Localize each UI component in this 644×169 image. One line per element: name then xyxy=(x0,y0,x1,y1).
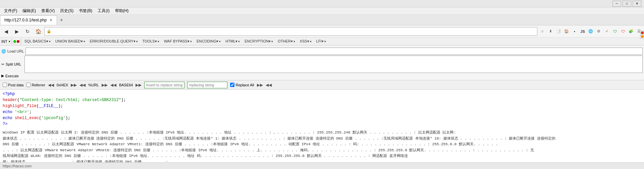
replace-arrow: ▶▶ xyxy=(257,83,263,87)
download-icon[interactable]: ⬇ xyxy=(547,28,554,35)
right-arrow-hex: ▶▶ xyxy=(71,83,77,87)
home-button[interactable]: 🏠 xyxy=(34,27,43,36)
maximize-button[interactable]: □ xyxy=(623,1,631,7)
nav-bar: ◀ ▶ ↻ 🏠 🔒 127.0.0.1/test.php ☆ ⬇ 📑 🏠 • J… xyxy=(0,25,644,37)
star-icon[interactable]: ☆ xyxy=(539,28,546,35)
sidebar-dot-red xyxy=(641,31,644,34)
int-label: INT xyxy=(1,39,7,44)
int-section: INT ▾ xyxy=(1,38,19,45)
split-url-icon: ✂ xyxy=(1,62,4,67)
code-line-2: header("Content-type: text/html; charset… xyxy=(3,97,641,103)
other-menu[interactable]: OTHER▾ xyxy=(276,38,297,44)
output-line-3: DNS 后缀 . . . . . . : 以太网适配器 VMware Netwo… xyxy=(3,142,641,148)
secure-icon: 🔒 xyxy=(47,29,51,33)
js-icon[interactable]: JS xyxy=(579,28,586,35)
replace-all-checkbox-label[interactable]: Replace All xyxy=(230,83,254,87)
highlight-func: highlight_file xyxy=(3,104,37,108)
browser-tab[interactable]: http://127.0.0.1/test.php ✕ xyxy=(0,15,57,25)
bookmark-icon[interactable]: 📑 xyxy=(555,28,562,35)
hackbar-panel: 🌐 Load URL 127.0.0.1/test.php ✂ Split UR… xyxy=(0,46,644,80)
php-close-tag: ?> xyxy=(3,122,7,126)
insert-to-replace-input[interactable] xyxy=(144,82,184,88)
replace-left-arrow: ◀◀ xyxy=(266,83,272,87)
tab-bar: http://127.0.0.1/test.php ✕ + xyxy=(0,15,644,25)
sidebar-dot-orange xyxy=(641,35,644,38)
insert-replacing-input[interactable] xyxy=(187,82,227,88)
lfi-menu[interactable]: LFI▾ xyxy=(314,38,328,44)
code-line-6: ?> xyxy=(3,121,641,127)
ipconfig-string: 'ipconfig' xyxy=(41,116,65,120)
sep2 xyxy=(21,38,21,45)
hackbar-bottom-toolbar: Post data Referrer ◀◀ 0xHEX ▶▶ ◀◀ %URL ▶… xyxy=(0,80,644,90)
output-line-2: 媒体状态 . . . . . . . . . . : 媒体已断开连接 连接特定的… xyxy=(3,136,641,142)
shield-green-icon[interactable]: 🛡 xyxy=(611,28,619,35)
split-url-control[interactable]: ✂ Split URL xyxy=(1,56,23,73)
post-data-textarea-wrapper xyxy=(24,56,643,73)
status-url: https://hacso.com xyxy=(3,164,32,167)
globe-icon[interactable]: 🌐 xyxy=(587,28,594,35)
left-arrow-base64: ◀◀ xyxy=(110,83,116,87)
br-string: '<br>' xyxy=(15,110,29,114)
echo-keyword-1: echo xyxy=(3,110,12,114)
tools-nav-icon[interactable]: ⚙ xyxy=(595,28,602,35)
command-output-area: Windows IP 配置 以太网适配器 以太网 2: 连接特定的 DNS 后缀… xyxy=(0,129,644,167)
left-arrow-hex: ◀◀ xyxy=(48,83,54,87)
back-button[interactable]: ◀ xyxy=(1,27,11,36)
new-tab-button[interactable]: + xyxy=(57,16,66,24)
output-line-1: Windows IP 配置 以太网适配器 以太网 2: 连接特定的 DNS 后缀… xyxy=(3,130,641,136)
execute-control[interactable]: ▶ Execute xyxy=(1,74,23,78)
address-input[interactable]: 127.0.0.1/test.php xyxy=(53,29,535,34)
menu-bookmarks[interactable]: 书签(B) xyxy=(76,7,95,14)
right-arrow-url: ▶▶ xyxy=(102,83,108,87)
check-icon[interactable]: ✓ xyxy=(603,28,610,35)
left-arrow-url: ◀◀ xyxy=(79,83,86,87)
encryption-menu[interactable]: ENCRYPTION▾ xyxy=(243,38,275,44)
menu-file[interactable]: 文件(F) xyxy=(1,7,20,14)
expand-icon[interactable]: ▾ xyxy=(9,40,10,43)
shell-func: shell_exec xyxy=(15,116,39,120)
replace-all-checkbox[interactable] xyxy=(230,83,234,87)
code-line-3: highlight_file(__FILE__); xyxy=(3,103,641,109)
tools-menu[interactable]: TOOLS▾ xyxy=(141,38,161,44)
menu-help[interactable]: 帮助(H) xyxy=(112,7,131,14)
menu-edit[interactable]: 编辑(E) xyxy=(20,7,39,14)
post-data-textarea[interactable] xyxy=(25,56,642,73)
menu-tools[interactable]: 工具(I) xyxy=(95,7,112,14)
menu-history[interactable]: 历史(S) xyxy=(57,7,76,14)
referrer-checkbox-label[interactable]: Referrer xyxy=(26,83,45,87)
file-const: __FILE__ xyxy=(39,104,58,108)
php-source-area: <?php header("Content-type: text/html; c… xyxy=(0,90,644,129)
home-nav-icon[interactable]: 🏠 xyxy=(563,28,570,35)
nav-icons: ☆ ⬇ 📑 🏠 • JS 🌐 ⚙ ✓ 🛡 🛡 🧩 ☰ xyxy=(539,28,643,35)
sql-basics-menu[interactable]: SQL BASICS▾ xyxy=(22,38,53,44)
hackbar-toolbar: INT ▾ SQL BASICS▾ UNION BASED▾ ERROR/DOU… xyxy=(0,37,644,46)
execute-icon: ▶ xyxy=(1,74,4,78)
forward-button[interactable]: ▶ xyxy=(12,27,21,36)
waf-bypass-menu[interactable]: WAF BYPASS▾ xyxy=(162,38,194,44)
status-bar: https://hacso.com xyxy=(0,162,644,167)
minimize-button[interactable]: ─ xyxy=(612,1,621,7)
close-button[interactable]: ✕ xyxy=(633,1,641,7)
union-based-menu[interactable]: UNION BASED▾ xyxy=(53,38,87,44)
url-input[interactable]: 127.0.0.1/test.php xyxy=(25,48,643,55)
red-shield-icon[interactable]: 🛡 xyxy=(619,28,627,35)
address-bar[interactable]: 🔒 127.0.0.1/test.php xyxy=(44,27,537,36)
header-string: "Content-type: text/html; charset=GBK231… xyxy=(19,98,121,102)
html-menu[interactable]: HTML▾ xyxy=(223,38,242,44)
error-double-menu[interactable]: ERROR/DOUBLE QUERY▾ xyxy=(88,38,140,44)
referrer-checkbox[interactable] xyxy=(26,83,31,87)
red-dot-1 xyxy=(17,40,19,43)
xss-menu[interactable]: XSS▾ xyxy=(298,38,314,44)
load-url-label: 🌐 Load URL xyxy=(1,49,24,54)
encoding-menu[interactable]: ENCODING▾ xyxy=(195,38,223,44)
puzzle-icon[interactable]: 🧩 xyxy=(627,28,635,35)
output-line-4: . . . : 以太网适配器 VMware Network Adapter VM… xyxy=(3,148,641,154)
post-data-checkbox-label[interactable]: Post data xyxy=(3,83,23,87)
right-sidebar xyxy=(640,30,644,39)
post-data-checkbox[interactable] xyxy=(3,83,7,87)
window-controls: ─ □ ✕ xyxy=(612,1,641,7)
menu-view[interactable]: 查看(V) xyxy=(39,7,57,14)
tab-close-button[interactable]: ✕ xyxy=(49,18,53,22)
sep1 xyxy=(12,38,12,45)
reload-button[interactable]: ↻ xyxy=(23,27,32,36)
